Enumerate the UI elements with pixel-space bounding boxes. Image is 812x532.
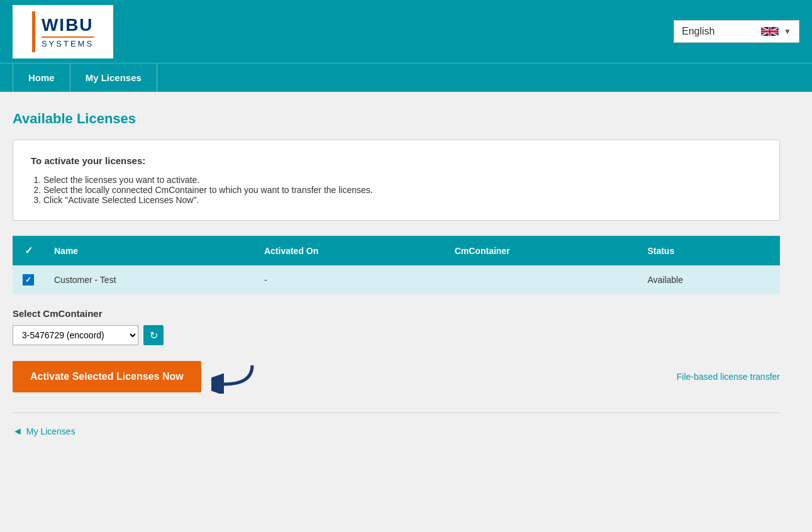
back-my-licenses-link[interactable]: ◄ My Licenses <box>13 426 780 437</box>
nav-my-licenses[interactable]: My Licenses <box>70 64 157 92</box>
activate-left: Activate Selected Licenses Now <box>13 359 255 394</box>
select-label: Select CmContainer <box>13 308 780 319</box>
table-body: Customer - Test - Available <box>13 265 780 294</box>
page-title: Available Licenses <box>13 111 780 127</box>
file-transfer-link[interactable]: File-based license transfer <box>677 372 780 382</box>
instruction-step-3: Click "Activate Selected Licenses Now". <box>43 195 762 205</box>
nav-home[interactable]: Home <box>13 64 70 92</box>
col-activated-on: Activated On <box>254 236 445 265</box>
arrow-icon <box>211 359 255 394</box>
col-name: Name <box>44 236 254 265</box>
cmcontainer-select[interactable]: 3-5476729 (encoord) <box>13 325 138 345</box>
table-header: ✓ Name Activated On CmContainer Status <box>13 236 780 265</box>
logo-wibu-text: WIBU <box>42 15 94 35</box>
row-checkbox-cell[interactable] <box>13 265 44 294</box>
instruction-step-2: Select the locally connected CmContainer… <box>43 185 762 195</box>
main-content: Available Licenses To activate your lice… <box>0 92 793 456</box>
back-link-label: My Licenses <box>26 426 75 436</box>
logo-systems-text: SYSTEMS <box>42 39 94 48</box>
bottom-nav: ◄ My Licenses <box>13 413 780 437</box>
header-check-icon: ✓ <box>25 245 33 256</box>
row-name: Customer - Test <box>44 265 254 294</box>
uk-flag-icon <box>761 26 779 37</box>
instructions-heading: To activate your licenses: <box>31 155 762 166</box>
row-status: Available <box>637 265 780 294</box>
table-row: Customer - Test - Available <box>13 265 780 294</box>
col-cmcontainer: CmContainer <box>445 236 638 265</box>
navigation: Home My Licenses <box>0 63 812 92</box>
row-cmcontainer <box>445 265 638 294</box>
back-arrow-icon: ◄ <box>13 426 23 437</box>
license-table: ✓ Name Activated On CmContainer Status C… <box>13 236 780 294</box>
col-status: Status <box>637 236 780 265</box>
refresh-icon: ↻ <box>150 330 158 341</box>
activate-area: Activate Selected Licenses Now File-base… <box>13 359 780 394</box>
row-activated-on: - <box>254 265 445 294</box>
select-cmcontainer-section: Select CmContainer 3-5476729 (encoord) ↻ <box>13 308 780 345</box>
language-dropdown-arrow[interactable]: ▼ <box>784 27 791 36</box>
select-row: 3-5476729 (encoord) ↻ <box>13 325 780 345</box>
license-checkbox[interactable] <box>23 274 34 285</box>
logo: WIBU SYSTEMS <box>13 5 113 58</box>
language-selector[interactable]: English ▼ <box>674 20 799 43</box>
instructions-list: Select the licenses you want to activate… <box>31 175 762 205</box>
header: WIBU SYSTEMS English ▼ <box>0 0 812 63</box>
activate-button[interactable]: Activate Selected Licenses Now <box>13 361 201 392</box>
language-label: English <box>682 26 756 37</box>
refresh-button[interactable]: ↻ <box>143 325 164 345</box>
instructions-box: To activate your licenses: Select the li… <box>13 140 780 221</box>
instruction-step-1: Select the licenses you want to activate… <box>43 175 762 185</box>
col-checkbox[interactable]: ✓ <box>13 236 44 265</box>
